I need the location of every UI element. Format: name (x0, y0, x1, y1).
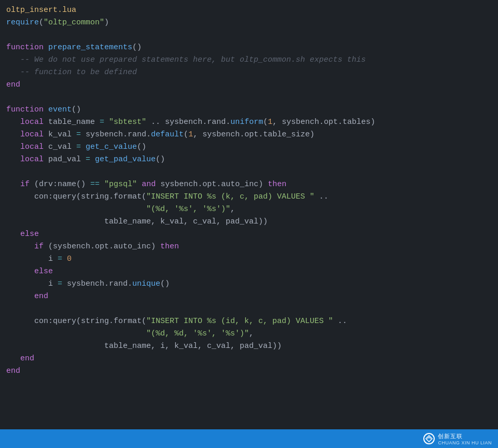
code-line-30: end (6, 365, 492, 377)
code-line-28: table_name, i, k_val, c_val, pad_val)) (6, 340, 492, 353)
watermark: 创新互联 CHUANG XIN HU LIAN (423, 432, 492, 445)
code-line-29: end (6, 353, 492, 365)
code-line-3 (6, 29, 492, 41)
code-line-21: i = 0 (6, 253, 492, 265)
code-line-14 (6, 166, 492, 178)
code-line-15: if (drv:name() == "pgsql" and sysbench.o… (6, 178, 492, 191)
code-line-16: con:query(string.format("INSERT INTO %s … (6, 191, 492, 203)
code-line-25 (6, 303, 492, 315)
code-line-11: local k_val = sysbench.rand.default(1, s… (6, 129, 492, 141)
code-line-22: else (6, 265, 492, 278)
code-line-27: "(%d, %d, '%s', '%s')", (6, 328, 492, 340)
code-line-7: end (6, 79, 492, 91)
code-line-13: local pad_val = get_pad_value() (6, 153, 492, 166)
watermark-main-text: 创新互联 (438, 432, 463, 440)
code-line-5: -- We do not use prepared statements her… (6, 54, 492, 66)
code-line-17: "(%d, '%s', '%s')", (6, 203, 492, 216)
code-line-26: con:query(string.format("INSERT INTO %s … (6, 315, 492, 328)
code-line-10: local table_name = "sbtest" .. sysbench.… (6, 116, 492, 129)
code-line-4: function prepare_statements() (6, 41, 492, 54)
code-line-1: oltp_insert.lua (6, 4, 492, 17)
code-container: oltp_insert.lua require("oltp_common") f… (0, 0, 498, 429)
code-line-18: table_name, k_val, c_val, pad_val)) (6, 216, 492, 228)
watermark-logo (423, 433, 435, 444)
code-line-9: function event() (6, 104, 492, 116)
code-line-24: end (6, 290, 492, 303)
code-line-12: local c_val = get_c_value() (6, 141, 492, 153)
filename: oltp_insert.lua (6, 6, 76, 15)
code-line-8 (6, 91, 492, 104)
code-line-19: else (6, 228, 492, 241)
code-line-6: -- function to be defined (6, 66, 492, 79)
footer-bar: 创新互联 CHUANG XIN HU LIAN (0, 429, 498, 448)
code-line-2: require("oltp_common") (6, 17, 492, 29)
code-line-20: if (sysbench.opt.auto_inc) then (6, 241, 492, 253)
watermark-sub-text: CHUANG XIN HU LIAN (438, 440, 492, 445)
code-line-23: i = sysbench.rand.unique() (6, 278, 492, 290)
